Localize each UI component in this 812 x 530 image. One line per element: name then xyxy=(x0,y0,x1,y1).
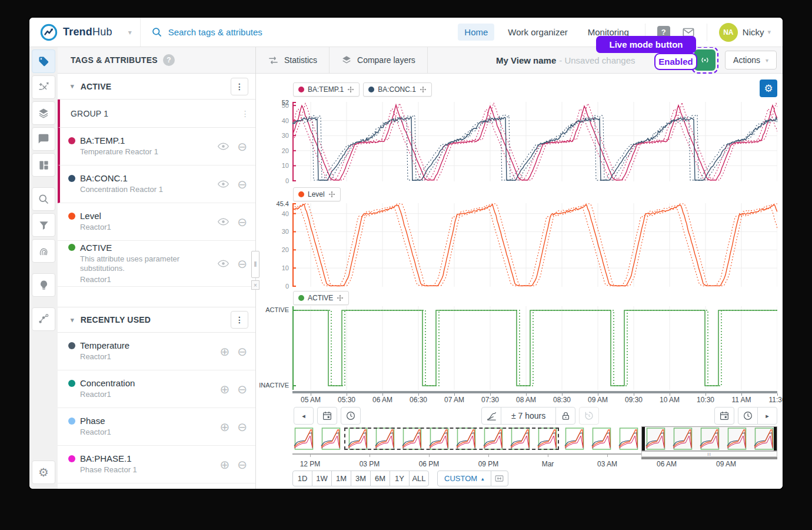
user-chevron-down-icon[interactable]: ▾ xyxy=(767,28,771,36)
nav-work-organizer[interactable]: Work organizer xyxy=(501,24,574,41)
tag-row-active[interactable]: ACTIVE This attribute uses parameter sub… xyxy=(58,241,255,287)
range-button-1m[interactable]: 1M xyxy=(331,471,351,486)
dashboard-icon xyxy=(38,160,49,171)
search-input[interactable]: Search tags & attributes xyxy=(141,26,273,38)
add-icon[interactable]: ⊕ xyxy=(219,459,229,471)
rail-recommendations-button[interactable] xyxy=(32,273,55,297)
reset-time-button[interactable] xyxy=(579,407,599,425)
rail-comments-button[interactable] xyxy=(32,127,55,151)
timeline-scrollbar[interactable] xyxy=(641,457,777,459)
compare-layers-button[interactable]: Compare layers xyxy=(330,47,428,73)
brand-menu[interactable]: TrendHub ▾ xyxy=(29,24,140,41)
current-view-window[interactable] xyxy=(641,426,777,451)
remove-icon[interactable]: ⊖ xyxy=(237,178,247,190)
y-tick-label: 10 xyxy=(282,162,289,169)
remove-icon[interactable]: ⊖ xyxy=(237,459,247,471)
chart1-plot[interactable] xyxy=(292,102,777,181)
range-button-6m[interactable]: 6M xyxy=(370,471,390,486)
remove-icon[interactable]: ⊖ xyxy=(237,346,247,357)
rail-dashboard-button[interactable] xyxy=(32,153,55,177)
brand-chevron-down-icon[interactable]: ▾ xyxy=(128,28,132,37)
actions-button[interactable]: Actions ▾ xyxy=(725,51,777,69)
group-menu-button[interactable]: ⋮ xyxy=(235,109,255,118)
expand-range-button[interactable] xyxy=(491,471,508,486)
pan-right-button[interactable]: ▸ xyxy=(757,407,777,425)
group-1-row[interactable]: GROUP 1 ⋮ xyxy=(58,100,255,128)
section-active[interactable]: ▾ ACTIVE ⋮ xyxy=(58,74,255,100)
rail-settings-button[interactable]: ⚙ xyxy=(32,461,55,484)
move-icon[interactable] xyxy=(337,294,344,302)
move-icon[interactable] xyxy=(347,86,354,93)
remove-icon[interactable]: ⊖ xyxy=(237,141,247,153)
range-button-1d[interactable]: 1D xyxy=(292,471,312,486)
rail-search-button[interactable] xyxy=(32,187,55,211)
add-icon[interactable]: ⊕ xyxy=(219,421,229,433)
rail-filter-button[interactable] xyxy=(32,213,55,237)
remove-icon[interactable]: ⊖ xyxy=(237,421,247,433)
move-icon[interactable] xyxy=(420,86,427,93)
remove-icon[interactable]: ⊖ xyxy=(237,383,247,395)
add-icon[interactable]: ⊕ xyxy=(219,383,229,395)
rail-tags-button[interactable] xyxy=(32,49,55,73)
chart3-plot[interactable] xyxy=(292,306,777,390)
calendar-start-button[interactable] xyxy=(317,407,337,425)
chart2-plot[interactable] xyxy=(292,203,777,287)
custom-range-button[interactable]: CUSTOM ▴ xyxy=(437,471,491,486)
panel-resize-handle[interactable]: ‖ xyxy=(251,251,259,278)
chart-settings-button[interactable]: ⚙ xyxy=(760,80,777,97)
time-end-button[interactable] xyxy=(738,407,758,425)
rail-formulas-button[interactable] xyxy=(32,75,55,99)
recent-row-temperature[interactable]: Temperature Reactor1 ⊕ ⊖ xyxy=(58,333,255,370)
range-button-1y[interactable]: 1Y xyxy=(390,471,410,486)
legend-chip-ba-conc-1[interactable]: BA:CONC.1 xyxy=(363,82,432,97)
visibility-eye-icon[interactable] xyxy=(217,257,229,270)
remove-icon[interactable]: ⊖ xyxy=(237,216,247,228)
time-start-button[interactable] xyxy=(341,407,361,425)
range-button-all[interactable]: ALL xyxy=(409,471,429,486)
tag-row-level[interactable]: Level Reactor1 ⊖ xyxy=(58,203,255,241)
add-icon[interactable]: ⊕ xyxy=(219,346,229,357)
duration-button[interactable]: ± 7 hours xyxy=(501,407,556,425)
visibility-eye-icon[interactable] xyxy=(217,216,229,228)
window-drag-grip[interactable]: II xyxy=(641,451,777,457)
remove-icon[interactable]: ⊖ xyxy=(237,258,247,270)
compare-selection-rect[interactable] xyxy=(344,428,559,450)
rail-layers-button[interactable] xyxy=(32,101,55,125)
recent-row-ba-phase-1[interactable]: BA:PHASE.1 Phase Reactor 1 ⊕ ⊖ xyxy=(58,446,255,483)
window-right-handle[interactable] xyxy=(774,427,777,450)
tag-row-ba-conc-1[interactable]: BA:CONC.1 Concentration Reactor 1 ⊖ xyxy=(58,165,255,203)
calendar-end-button[interactable] xyxy=(714,407,734,425)
chart-content: Statistics Compare layers My View name- … xyxy=(256,47,783,489)
statistics-button[interactable]: Statistics xyxy=(256,47,330,73)
tag-row-ba-temp-1[interactable]: BA:TEMP.1 Temperature Reactor 1 ⊖ xyxy=(58,128,255,165)
range-button-1w[interactable]: 1W xyxy=(312,471,332,486)
live-mode-button[interactable] xyxy=(694,49,716,71)
legend-chip-ba-temp-1[interactable]: BA:TEMP.1 xyxy=(293,82,360,97)
timeline-overview[interactable] xyxy=(292,428,777,450)
rail-context-button[interactable] xyxy=(32,307,55,331)
live-mode-enabled-badge[interactable]: Enabled xyxy=(654,53,697,70)
legend-chip-level[interactable]: Level xyxy=(293,187,341,201)
rail-group-gap xyxy=(32,179,55,185)
chart-type-button[interactable] xyxy=(481,407,501,425)
visibility-eye-icon[interactable] xyxy=(217,178,229,190)
nav-home[interactable]: Home xyxy=(458,24,494,41)
user-name[interactable]: Nicky xyxy=(743,27,764,37)
move-icon[interactable] xyxy=(328,191,335,198)
recent-row-concentration[interactable]: Concentration Reactor1 ⊕ ⊖ xyxy=(58,370,255,408)
section-recently-used[interactable]: ▾ RECENTLY USED ⋮ xyxy=(58,307,255,333)
user-avatar[interactable]: NA xyxy=(719,23,738,42)
legend-chip-active[interactable]: ACTIVE xyxy=(293,291,349,305)
recent-section-menu-button[interactable]: ⋮ xyxy=(231,311,248,329)
recent-row-phase[interactable]: Phase Reactor1 ⊕ ⊖ xyxy=(58,408,255,446)
panel-collapse-button[interactable]: × xyxy=(251,280,259,290)
pan-left-button[interactable]: ◂ xyxy=(294,407,314,425)
range-button-3m[interactable]: 3M xyxy=(351,471,371,486)
visibility-eye-icon[interactable] xyxy=(217,140,229,153)
active-section-menu-button[interactable]: ⋮ xyxy=(231,78,248,95)
panel-help-icon[interactable]: ? xyxy=(163,54,175,66)
x-axis-bar[interactable] xyxy=(292,391,777,393)
rail-fingerprint-button[interactable] xyxy=(32,239,55,263)
lock-duration-button[interactable] xyxy=(555,407,575,425)
window-left-handle[interactable] xyxy=(642,427,645,450)
